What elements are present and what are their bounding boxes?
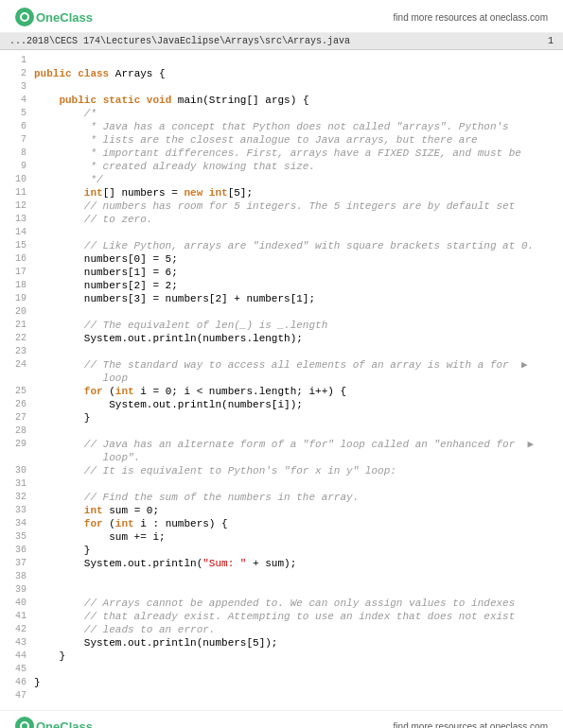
line-number-gutter: 13 [0, 213, 34, 226]
overflow-arrow: ▶ [509, 359, 528, 371]
line-code: // that already exist. Attempting to use… [34, 610, 563, 623]
code-line: 17 numbers[1] = 6; [0, 266, 563, 279]
line-number-gutter: 23 [0, 345, 34, 358]
code-line: 36 } [0, 544, 563, 557]
code-line: 14 [0, 226, 563, 239]
code-line: 38 [0, 570, 563, 583]
code-line: 45 [0, 663, 563, 676]
line-number-gutter: 32 [0, 491, 34, 504]
line-number-gutter: 41 [0, 610, 34, 623]
line-number-gutter: 2 [0, 67, 34, 80]
line-code: * created already knowing that size. [34, 160, 563, 173]
line-code: for (int i : numbers) { [34, 517, 563, 530]
line-number-gutter: 35 [0, 530, 34, 544]
code-line: 34 for (int i : numbers) { [0, 517, 563, 530]
line-code: // Arrays cannot be appended to. We can … [34, 597, 563, 610]
line-number-gutter: 11 [0, 186, 34, 199]
line-code: // to zero. [34, 213, 563, 226]
line-number-gutter: 38 [0, 570, 34, 583]
line-number-gutter: 47 [0, 689, 34, 702]
code-line: 8 * important differences. First, arrays… [0, 147, 563, 160]
overflow-arrow: ▶ [515, 439, 534, 450]
line-code: * important differences. First, arrays h… [34, 147, 563, 160]
code-line: loop". [0, 451, 563, 464]
line-code: * lists are the closest analogue to Java… [34, 133, 563, 147]
line-number-gutter: 31 [0, 477, 34, 491]
code-line: 31 [0, 477, 563, 491]
code-line: 42 // leads to an error. [0, 623, 563, 636]
line-number-gutter: 21 [0, 319, 34, 332]
code-line: 12 // numbers has room for 5 integers. T… [0, 199, 563, 213]
line-number-gutter [0, 372, 34, 385]
line-code [34, 425, 563, 438]
code-line: 22 System.out.println(numbers.length); [0, 332, 563, 345]
code-line: 46} [0, 676, 563, 689]
line-number-gutter: 37 [0, 557, 34, 570]
line-code: numbers[3] = numbers[2] + numbers[1]; [34, 292, 563, 305]
line-number-gutter: 24 [0, 358, 34, 372]
line-code: } [34, 544, 563, 557]
line-number-gutter: 44 [0, 650, 34, 663]
line-number-gutter: 9 [0, 160, 34, 173]
line-code: for (int i = 0; i < numbers.length; i++)… [34, 385, 563, 398]
line-code: // leads to an error. [34, 623, 563, 636]
code-line: 37 System.out.println("Sum: " + sum); [0, 557, 563, 570]
code-line: 15 // Like Python, arrays are "indexed" … [0, 239, 563, 252]
line-code: // It is equivalent to Python's "for x i… [34, 464, 563, 477]
code-line: 33 int sum = 0; [0, 504, 563, 517]
line-number-gutter: 8 [0, 147, 34, 160]
line-code [34, 54, 563, 67]
logo-circle [15, 8, 34, 26]
filepath-text: ...2018\CECS 174\Lectures\JavaEclipse\Ar… [9, 36, 350, 46]
line-code [34, 663, 563, 676]
code-line: 44 } [0, 650, 563, 663]
code-line: 18 numbers[2] = 2; [0, 279, 563, 292]
line-number-gutter: 29 [0, 438, 34, 451]
code-line: 6 * Java has a concept that Python does … [0, 120, 563, 133]
line-number-gutter: 3 [0, 80, 34, 94]
code-line: 30 // It is equivalent to Python's "for … [0, 464, 563, 477]
line-number-gutter: 7 [0, 133, 34, 147]
line-number-gutter: 42 [0, 623, 34, 636]
code-line: 32 // Find the sum of the numbers in the… [0, 491, 563, 504]
line-code: // The standard way to access all elemen… [34, 358, 563, 372]
code-line: 3 [0, 80, 563, 94]
line-code: loop". [34, 451, 563, 464]
line-number-gutter: 15 [0, 239, 34, 252]
line-number-gutter: 4 [0, 94, 34, 107]
code-line: 27 } [0, 411, 563, 425]
line-code: public static void main(String[] args) { [34, 94, 563, 107]
code-line: 2public class Arrays { [0, 67, 563, 80]
code-line: 24 // The standard way to access all ele… [0, 358, 563, 372]
code-line: 13 // to zero. [0, 213, 563, 226]
line-code [34, 570, 563, 583]
line-number-gutter: 34 [0, 517, 34, 530]
code-line: 26 System.out.println(numbers[i]); [0, 398, 563, 411]
code-line: 4 public static void main(String[] args)… [0, 94, 563, 107]
line-number-gutter: 33 [0, 504, 34, 517]
line-code: numbers[2] = 2; [34, 279, 563, 292]
line-code [34, 80, 563, 94]
code-line: 9 * created already knowing that size. [0, 160, 563, 173]
code-line: 19 numbers[3] = numbers[2] + numbers[1]; [0, 292, 563, 305]
code-line: 47 [0, 689, 563, 702]
line-number-gutter: 17 [0, 266, 34, 279]
code-line: 10 */ [0, 173, 563, 186]
line-number-gutter: 36 [0, 544, 34, 557]
footer: OneClass find more resources at oneclass… [0, 710, 563, 728]
line-number-gutter: 22 [0, 332, 34, 345]
filepath-bar: ...2018\CECS 174\Lectures\JavaEclipse\Ar… [0, 33, 563, 50]
code-line: 40 // Arrays cannot be appended to. We c… [0, 597, 563, 610]
line-number-gutter: 46 [0, 676, 34, 689]
code-line: 39 [0, 583, 563, 597]
line-number-gutter: 39 [0, 583, 34, 597]
line-code: /* [34, 107, 563, 120]
line-code: // Like Python, arrays are "indexed" wit… [34, 239, 563, 252]
line-number-gutter: 1 [0, 54, 34, 67]
line-code: numbers[0] = 5; [34, 252, 563, 266]
line-code: int sum = 0; [34, 504, 563, 517]
line-code: } [34, 411, 563, 425]
code-line: 20 [0, 305, 563, 319]
line-number: 1 [548, 36, 554, 46]
code-line: 5 /* [0, 107, 563, 120]
